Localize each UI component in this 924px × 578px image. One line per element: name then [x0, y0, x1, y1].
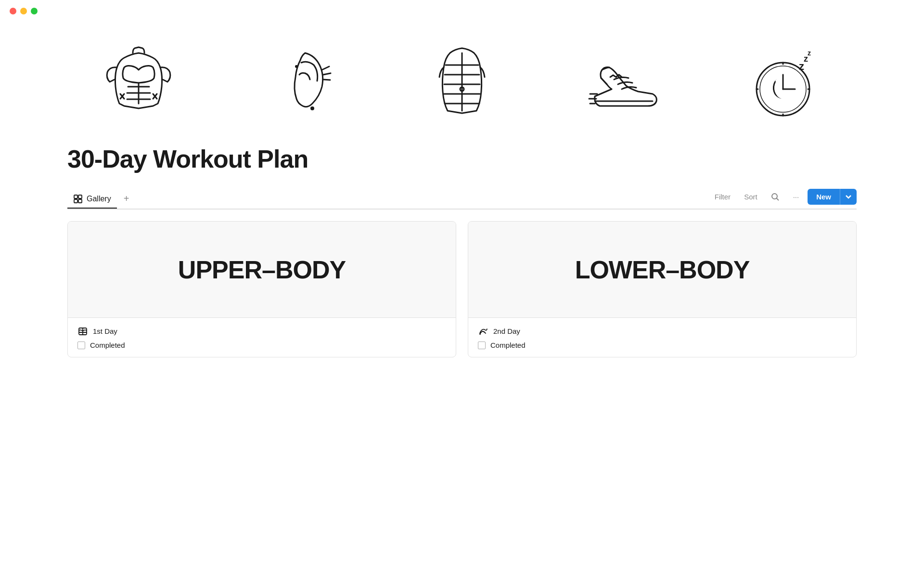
chevron-down-icon — [845, 194, 852, 200]
card-body-lower-body: 2nd Day Completed — [468, 318, 856, 357]
page-title: 30-Day Workout Plan — [67, 144, 857, 173]
cards-grid: UPPER–BODY 1st Day Completed — [67, 221, 857, 357]
tab-gallery[interactable]: Gallery — [67, 190, 117, 209]
checkbox-1[interactable] — [77, 342, 85, 349]
svg-line-11 — [323, 73, 331, 75]
abs-icon — [419, 39, 505, 125]
svg-rect-33 — [78, 199, 82, 203]
svg-line-35 — [776, 198, 779, 200]
chest-icon — [95, 39, 182, 125]
more-button[interactable]: ··· — [788, 190, 804, 204]
card-image-lower-body: LOWER–BODY — [468, 222, 856, 318]
hero-icons-row: z z z — [67, 10, 857, 144]
main-content: z z z 30-Day Workout Plan Gallery + — [0, 0, 924, 386]
card-body-upper-body: 1st Day Completed — [68, 318, 456, 357]
svg-rect-32 — [74, 199, 77, 203]
svg-line-12 — [323, 79, 330, 80]
svg-rect-30 — [74, 195, 77, 198]
new-button-wrapper: New — [808, 189, 857, 205]
svg-text:z: z — [808, 49, 811, 57]
card-title-lower-body: LOWER–BODY — [575, 255, 750, 284]
card-completed-field-2[interactable]: Completed — [478, 341, 847, 349]
running-icon — [580, 39, 667, 125]
toolbar-actions: Filter Sort ··· New — [710, 189, 857, 209]
card-upper-body[interactable]: UPPER–BODY 1st Day Completed — [67, 221, 456, 357]
card-image-upper-body: UPPER–BODY — [68, 222, 456, 318]
sleep-icon: z z z — [742, 39, 829, 125]
toolbar: Gallery + Filter Sort ··· New — [67, 189, 857, 210]
sort-button[interactable]: Sort — [739, 190, 762, 204]
checkbox-2[interactable] — [478, 342, 486, 349]
card-completed-field-1[interactable]: Completed — [77, 341, 446, 349]
card-lower-body[interactable]: LOWER–BODY 2nd Day Completed — [468, 221, 857, 357]
search-button[interactable] — [766, 190, 784, 204]
svg-line-10 — [322, 66, 329, 70]
card-title-upper-body: UPPER–BODY — [178, 255, 346, 284]
search-icon — [771, 193, 780, 201]
shoulder-icon — [257, 39, 344, 125]
window-controls — [0, 0, 47, 18]
card-day-field-2: 2nd Day — [478, 326, 847, 336]
svg-point-8 — [310, 106, 314, 110]
filter-button[interactable]: Filter — [710, 190, 735, 204]
svg-rect-31 — [78, 195, 82, 198]
new-button-chevron[interactable] — [840, 189, 857, 205]
maximize-dot[interactable] — [31, 8, 38, 14]
close-dot[interactable] — [10, 8, 16, 14]
new-button[interactable]: New — [808, 189, 840, 205]
svg-point-34 — [772, 194, 777, 199]
svg-point-9 — [295, 65, 298, 68]
card-day-field-1: 1st Day — [77, 326, 446, 336]
add-view-button[interactable]: + — [119, 191, 134, 207]
minimize-dot[interactable] — [20, 8, 27, 14]
upper-body-day-icon — [77, 326, 88, 336]
gallery-icon — [73, 194, 83, 204]
lower-body-day-icon — [478, 326, 488, 336]
